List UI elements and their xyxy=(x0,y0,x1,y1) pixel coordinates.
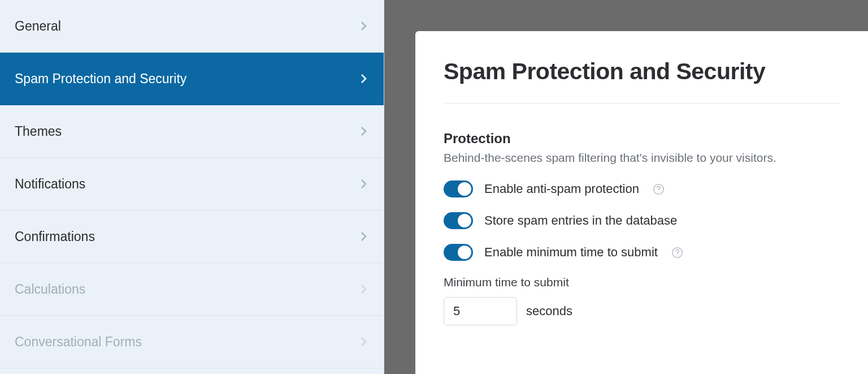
chevron-right-icon xyxy=(359,21,369,31)
toggle-knob xyxy=(458,246,471,259)
help-icon[interactable] xyxy=(671,246,684,259)
divider xyxy=(444,103,840,104)
toggle-knob xyxy=(458,182,471,196)
chevron-right-icon xyxy=(359,179,369,189)
sidebar-item-label: Spam Protection and Security xyxy=(15,71,186,87)
sidebar-item-label: Confirmations xyxy=(15,229,95,244)
svg-point-1 xyxy=(658,192,659,192)
content-wrap: Spam Protection and Security Protection … xyxy=(384,0,868,374)
toggle-row-store-spam: Store spam entries in the database xyxy=(444,212,840,229)
toggle-row-anti-spam: Enable anti-spam protection xyxy=(444,180,840,197)
toggle-store-spam[interactable] xyxy=(444,212,473,229)
sidebar-item-notifications[interactable]: Notifications xyxy=(0,158,384,210)
settings-sidebar: General Spam Protection and Security The… xyxy=(0,0,384,374)
toggle-row-min-time: Enable minimum time to submit xyxy=(444,244,840,261)
sidebar-item-themes[interactable]: Themes xyxy=(0,105,384,158)
field-suffix: seconds xyxy=(526,304,572,319)
chevron-right-icon xyxy=(359,337,369,347)
sidebar-item-spam-protection[interactable]: Spam Protection and Security xyxy=(0,53,384,105)
sidebar-item-confirmations[interactable]: Confirmations xyxy=(0,210,384,263)
toggle-label: Enable minimum time to submit xyxy=(484,245,658,260)
field-row-min-time: seconds xyxy=(444,297,840,325)
sidebar-item-label: Notifications xyxy=(15,177,85,192)
page-title: Spam Protection and Security xyxy=(444,58,840,85)
toggle-anti-spam[interactable] xyxy=(444,180,473,197)
chevron-right-icon xyxy=(359,231,369,242)
toggle-min-time[interactable] xyxy=(444,244,473,261)
section-description: Behind-the-scenes spam filtering that's … xyxy=(444,151,840,165)
section-title: Protection xyxy=(444,131,840,147)
sidebar-item-label: Calculations xyxy=(15,282,85,297)
field-label-min-time: Minimum time to submit xyxy=(444,276,840,289)
sidebar-item-label: General xyxy=(15,19,61,34)
min-time-input[interactable] xyxy=(444,297,517,325)
sidebar-item-label: Themes xyxy=(15,124,62,139)
toggle-label: Enable anti-spam protection xyxy=(484,182,639,196)
chevron-right-icon xyxy=(359,126,369,136)
sidebar-item-general[interactable]: General xyxy=(0,0,384,53)
toggle-label: Store spam entries in the database xyxy=(484,213,677,228)
sidebar-item-label: Conversational Forms xyxy=(15,334,142,350)
toggle-knob xyxy=(458,214,471,227)
sidebar-item-conversational-forms[interactable]: Conversational Forms xyxy=(0,316,384,368)
chevron-right-icon xyxy=(359,284,369,294)
svg-point-3 xyxy=(677,255,678,256)
help-icon[interactable] xyxy=(653,183,665,195)
sidebar-item-calculations[interactable]: Calculations xyxy=(0,263,384,316)
content-panel: Spam Protection and Security Protection … xyxy=(415,31,868,374)
chevron-right-icon xyxy=(359,74,369,84)
